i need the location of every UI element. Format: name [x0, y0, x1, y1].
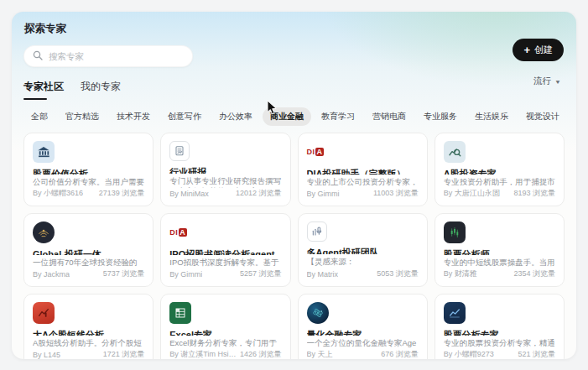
expert-card-grid: 股票价值分析 公司价值分析专家。当用户需要分析公司投资价值时使用此专家。请直接发… — [23, 133, 565, 359]
card-views: 5053 浏览量 — [377, 268, 419, 279]
card-views: 8193 浏览量 — [513, 188, 555, 199]
card-footer: By Gimmi 5257 浏览量 — [169, 268, 281, 279]
expert-card[interactable]: DIA IPO招股书阅读分析agent IPO招股书深度拆解专家。基于从投资角度… — [160, 213, 290, 287]
card-views: 11003 浏览量 — [373, 188, 419, 199]
card-author: By Gimmi — [169, 270, 202, 279]
expert-card[interactable]: 股票价值分析 公司价值分析专家。当用户需要分析公司投资价值时使用此专家。请直接发… — [23, 133, 154, 206]
card-views: 1721 浏览量 — [103, 349, 145, 359]
card-views: 1426 浏览量 — [240, 349, 282, 359]
tab-expert-community[interactable]: 专家社区 — [23, 80, 64, 100]
expert-card[interactable]: DIA DIA投研助手（完整版） 专业的上市公司投资分析专家，用于对上市公司基本… — [298, 133, 428, 206]
chart-magnifier-icon — [444, 141, 466, 163]
sort-dropdown[interactable]: 流行 ▼ — [533, 76, 561, 87]
category-official-picks[interactable]: 官方精选 — [58, 107, 107, 126]
tab-my-experts[interactable]: 我的专家 — [81, 80, 121, 100]
card-views: 12012 浏览量 — [236, 188, 282, 199]
card-footer: By 大唐江山永固 8193 浏览量 — [444, 188, 555, 199]
category-marketing-ecommerce[interactable]: 营销电商 — [365, 107, 414, 126]
expert-card[interactable]: Global-投研一体 一位拥有70年全球投资经验的资深投资专家Agent。擅长… — [23, 213, 154, 287]
navy-chart-icon — [444, 302, 466, 324]
card-description: 专业投资分析助手，用于捕捉市场短线投资机会和分析上证指数筹码变化。... — [444, 177, 555, 188]
card-author: By 天上 — [307, 349, 333, 359]
expert-card[interactable]: 大A个股短线分析 A股短线分析助手。分析个股短线走势、判断市场热点板块、分析涨停… — [23, 294, 154, 359]
card-footer: By 天上 676 浏览量 — [307, 349, 419, 359]
card-author: By L145 — [33, 351, 60, 359]
card-footer: By Matrix 5053 浏览量 — [307, 268, 419, 279]
card-author: By Matrix — [307, 270, 339, 279]
card-author: By 谢立溪Tim Hsieh — [169, 349, 237, 359]
card-footer: By 小螺帽9273 521 浏览量 — [444, 349, 555, 359]
card-footer: By 财清雅 2354 浏览量 — [444, 268, 555, 279]
quant-globe-icon — [307, 302, 329, 324]
card-views: 5737 浏览量 — [103, 268, 145, 279]
chevron-down-icon: ▼ — [554, 78, 561, 84]
card-description: 专业的股票投资分析专家，精通基本面分析和技术分析。当用户需要分析股... — [444, 338, 555, 349]
card-views: 5257 浏览量 — [240, 268, 282, 279]
category-business-finance[interactable]: 商业金融 — [263, 107, 311, 126]
card-footer: By Jackma 5737 浏览量 — [33, 268, 144, 279]
card-views: 2354 浏览量 — [513, 268, 555, 279]
card-footer: By MiniMax 12012 浏览量 — [169, 188, 281, 199]
plus-icon: + — [523, 44, 530, 55]
sort-label: 流行 — [533, 76, 551, 87]
card-title: 多Agent投研团队 — [307, 247, 419, 254]
expert-card[interactable]: Excel专家 Excel财务分析专家，专门用于制作商业测算表、成本利润分析、投… — [160, 294, 290, 359]
card-author: By 财清雅 — [444, 268, 477, 279]
category-professional-services[interactable]: 专业服务 — [416, 107, 465, 126]
card-title: DIA投研助手（完整版） — [307, 168, 419, 175]
card-views: 521 浏览量 — [518, 349, 555, 359]
card-title: A股投资专家 — [444, 168, 555, 175]
card-author: By 小螺帽9273 — [444, 349, 494, 359]
card-title: 量化金融专家 — [307, 329, 419, 336]
expert-card[interactable]: 行业研报 专门从事专业行业研究报告撰写的专家级智能体。当用户需要全面的市场分..… — [160, 133, 290, 206]
card-description: A股短线分析助手。分析个股短线走势、判断市场热点板块、分析涨停板... — [33, 338, 144, 349]
expert-card[interactable]: 股票分析师 专业的中短线股票操盘手。当用户需要进行股票技术分析、制定中短线交易.… — [434, 213, 565, 287]
candlestick-dark-icon — [444, 221, 466, 243]
category-audio-video[interactable]: 音视频 — [570, 107, 576, 126]
card-author: By 大唐江山永固 — [444, 188, 500, 199]
expert-card[interactable]: 股票分析专家 专业的股票投资分析专家，精通基本面分析和技术分析。当用户需要分析股… — [434, 294, 565, 359]
category-office-productivity[interactable]: 办公效率 — [211, 107, 260, 126]
card-footer: By 小螺帽3616 27139 浏览量 — [33, 188, 144, 199]
search-icon — [33, 49, 43, 64]
explore-experts-panel: 探索专家 + 创建 专家社区 我的专家 流行 ▼ 全部 官方精选 技术开发 创意… — [12, 12, 576, 359]
card-title: 股票价值分析 — [33, 168, 144, 175]
category-life-entertainment[interactable]: 生活娱乐 — [467, 107, 516, 126]
category-creative-writing[interactable]: 创意写作 — [160, 107, 209, 126]
card-author: By MiniMax — [169, 190, 209, 198]
explore-experts-page: { "page": { "title": "探索专家", "search": {… — [0, 0, 588, 370]
category-visual-design[interactable]: 视觉设计 — [518, 107, 567, 126]
expert-card[interactable]: 多Agent投研团队 【灵感来源： https://github.com/Tau… — [298, 213, 428, 287]
search-input[interactable] — [49, 51, 184, 61]
card-description: IPO招股书深度拆解专家。基于从投资角度对IPO招股书进行拆解，快速提炼... — [169, 258, 281, 268]
card-description: 一个全方位的量化金融专家Agent。当用户需要帮助进行股票分析、市场数... — [307, 338, 419, 349]
search-box[interactable] — [23, 45, 193, 67]
excel-grid-icon — [169, 302, 191, 324]
card-description: 专业的中短线股票操盘手。当用户需要进行股票技术分析、制定中短线交易... — [444, 258, 555, 268]
card-author: By Jackma — [33, 270, 70, 279]
create-button-label: 创建 — [534, 44, 553, 56]
card-title: Excel专家 — [169, 329, 281, 336]
category-tech-dev[interactable]: 技术开发 — [109, 107, 158, 126]
card-description: 【灵感来源： https://github.com/TauricResearch… — [307, 257, 419, 268]
card-description: Excel财务分析专家，专门用于制作商业测算表、成本利润分析、投资回报计... — [169, 338, 281, 349]
card-description: 一位拥有70年全球投资经验的资深投资专家Agent。擅长股票、黄金、原油... — [33, 258, 144, 268]
card-title: 股票分析专家 — [444, 329, 555, 336]
card-views: 27139 浏览量 — [99, 188, 145, 199]
category-all[interactable]: 全部 — [23, 107, 55, 126]
card-footer: By 谢立溪Tim Hsieh 1426 浏览量 — [169, 349, 281, 359]
card-title: 大A个股短线分析 — [33, 329, 144, 336]
red-kline-icon — [33, 302, 55, 324]
expert-card[interactable]: 量化金融专家 一个全方位的量化金融专家Agent。当用户需要帮助进行股票分析、市… — [298, 294, 428, 359]
page-title: 探索专家 — [23, 22, 565, 36]
card-description: 公司价值分析专家。当用户需要分析公司投资价值时使用此专家。请直接发... — [33, 177, 144, 188]
dia-logo-icon: DIA — [169, 221, 281, 243]
expert-card[interactable]: A股投资专家 专业投资分析助手，用于捕捉市场短线投资机会和分析上证指数筹码变化。… — [434, 133, 565, 206]
card-description: 专门从事专业行业研究报告撰写的专家级智能体。当用户需要全面的市场分... — [169, 176, 281, 188]
card-author: By Gimmi — [307, 190, 340, 198]
category-filter-row: 全部 官方精选 技术开发 创意写作 办公效率 商业金融 教育学习 营销电商 专业… — [23, 107, 565, 126]
category-education[interactable]: 教育学习 — [314, 107, 362, 126]
bank-icon — [33, 141, 55, 163]
create-button[interactable]: + 创建 — [513, 39, 564, 61]
dia-logo-icon: DIA — [307, 141, 419, 163]
